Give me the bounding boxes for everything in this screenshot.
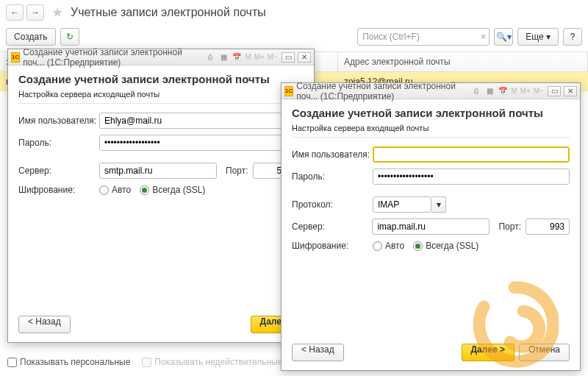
- app-logo-icon: 1C: [284, 86, 293, 96]
- d1-server-label: Сервер:: [18, 166, 99, 176]
- dialog2-subtitle: Настройка сервера входящей почты: [292, 124, 570, 138]
- d2-user-label: Имя пользователя:: [292, 149, 373, 160]
- d1-enc-ssl-radio[interactable]: Всегда (SSL): [140, 185, 205, 195]
- d1-pass-input[interactable]: [99, 135, 304, 151]
- d2-proto-input[interactable]: [373, 196, 431, 213]
- m-minus-icon[interactable]: M−: [267, 53, 279, 61]
- footer-checkboxes: Показывать персональные Показывать недей…: [7, 357, 282, 367]
- d2-pass-input[interactable]: [373, 169, 570, 185]
- d1-back-button[interactable]: < Назад: [18, 316, 71, 333]
- d2-next-button[interactable]: Далее >: [462, 344, 514, 361]
- dialog2-title: Создание учетной записи электронной почт…: [292, 107, 570, 119]
- close-button[interactable]: ✕: [564, 86, 577, 96]
- m-minus-icon[interactable]: M−: [533, 87, 545, 95]
- d2-enc-auto-radio[interactable]: Авто: [373, 241, 404, 251]
- d1-port-label: Порт:: [226, 166, 248, 176]
- dialog1-title: Создание учетной записи электронной почт…: [18, 73, 304, 85]
- m-icon[interactable]: M: [510, 87, 517, 95]
- m-icon[interactable]: M: [244, 53, 251, 61]
- page-title: Учетные записи электронной почты: [71, 6, 266, 19]
- m-plus-icon[interactable]: M+: [254, 53, 265, 61]
- d2-cancel-button[interactable]: Отмена: [519, 344, 570, 361]
- search-placeholder: Поиск (Ctrl+F): [362, 32, 420, 42]
- favorite-star-icon[interactable]: ★: [51, 4, 63, 21]
- search-input[interactable]: Поиск (Ctrl+F) ×: [357, 28, 490, 46]
- more-button[interactable]: Еще ▾: [517, 28, 559, 46]
- dialog2-titlebar[interactable]: 1C Создание учетной записи электронной п…: [282, 83, 580, 99]
- topbar: ← → ★ Учетные записи электронной почты: [0, 0, 588, 25]
- print-icon[interactable]: ⎙: [204, 52, 216, 63]
- calendar-icon[interactable]: 📅: [231, 52, 243, 63]
- d1-enc-auto-radio[interactable]: Авто: [99, 185, 131, 195]
- d2-proto-label: Протокол:: [292, 199, 373, 210]
- d2-proto-dropdown[interactable]: ▾: [431, 196, 446, 213]
- dialog1-subtitle: Настройка сервера исходящей почты: [18, 90, 304, 104]
- dialog-outgoing: 1C Создание учетной записи электронной п…: [7, 49, 315, 343]
- grid-icon[interactable]: ▦: [484, 85, 495, 97]
- app-logo-icon: 1C: [11, 52, 20, 63]
- d2-server-input[interactable]: [372, 219, 490, 235]
- d2-port-input[interactable]: [526, 219, 570, 235]
- minimize-button[interactable]: ▭: [548, 86, 561, 96]
- d1-user-input[interactable]: [99, 113, 304, 129]
- clear-search-icon[interactable]: ×: [481, 32, 486, 42]
- d1-enc-label: Шифрование:: [18, 185, 99, 195]
- dialog1-titlebar[interactable]: 1C Создание учетной записи электронной п…: [8, 49, 314, 65]
- dialog-incoming: 1C Создание учетной записи электронной п…: [281, 82, 581, 371]
- show-personal-checkbox[interactable]: Показывать персональные: [7, 357, 130, 367]
- d1-pass-label: Пароль:: [18, 138, 99, 148]
- d2-pass-label: Пароль:: [292, 171, 373, 182]
- d1-user-label: Имя пользователя:: [18, 116, 99, 126]
- d2-user-input[interactable]: [373, 146, 570, 163]
- d2-port-label: Порт:: [498, 221, 521, 232]
- grid-icon[interactable]: ▦: [218, 52, 229, 63]
- d2-enc-label: Шифрование:: [292, 241, 373, 251]
- create-button[interactable]: Создать: [6, 28, 56, 46]
- nav-back-button[interactable]: ←: [6, 4, 24, 21]
- minimize-button[interactable]: ▭: [282, 52, 295, 63]
- calendar-icon[interactable]: 📅: [497, 85, 509, 97]
- grid-col-email[interactable]: Адрес электронной почты: [338, 52, 588, 71]
- d2-back-button[interactable]: < Назад: [292, 344, 344, 361]
- show-invalid-checkbox: Показывать недействительные: [142, 357, 282, 367]
- nav-forward-button[interactable]: →: [26, 4, 44, 21]
- close-button[interactable]: ✕: [298, 52, 311, 63]
- m-plus-icon[interactable]: M+: [520, 87, 531, 95]
- d2-enc-ssl-radio[interactable]: Всегда (SSL): [413, 241, 478, 251]
- search-button[interactable]: 🔍▾: [494, 28, 513, 46]
- d2-server-label: Сервер:: [292, 221, 372, 232]
- dialog2-window-title: Создание учетной записи электронной поч.…: [296, 81, 467, 102]
- d1-server-input[interactable]: [99, 163, 217, 179]
- print-icon[interactable]: ⎙: [470, 85, 482, 97]
- help-button[interactable]: ?: [563, 28, 582, 46]
- dialog1-window-title: Создание учетной записи электронной поч.…: [23, 47, 201, 68]
- refresh-button[interactable]: ↻: [60, 28, 79, 46]
